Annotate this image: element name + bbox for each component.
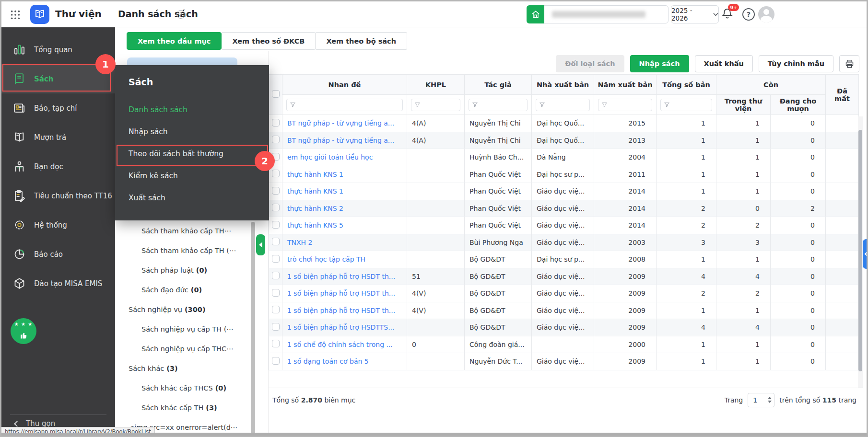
page-help-icon[interactable]: ? bbox=[176, 10, 185, 19]
row-checkbox[interactable] bbox=[272, 170, 280, 177]
user-avatar[interactable] bbox=[758, 6, 774, 23]
printer-button[interactable] bbox=[839, 55, 859, 72]
book-title-link[interactable]: thực hành KNS 5 bbox=[287, 221, 343, 229]
popup-item-danh-sach-sach[interactable]: Danh sách sách bbox=[115, 99, 269, 121]
row-checkbox[interactable] bbox=[272, 255, 280, 263]
book-title-link[interactable]: thực hành KNS 1 bbox=[287, 171, 343, 178]
column-header-in-library[interactable]: Trong thư viện bbox=[716, 95, 771, 115]
sidebar-item-he-thong[interactable]: Hệ thống bbox=[1, 210, 115, 240]
table-scrollbar-thumb[interactable] bbox=[858, 130, 862, 371]
popup-item-theo-doi-sach-bat-thuong[interactable]: Theo dõi sách bất thường bbox=[115, 143, 269, 165]
sidebar-item-muon-tra[interactable]: Mượn trả bbox=[1, 123, 115, 152]
tree-item-nghiep-vu[interactable]: Sách nghiệp vụ(300) bbox=[115, 299, 261, 319]
page-stepper[interactable] bbox=[768, 397, 772, 403]
select-all-checkbox[interactable] bbox=[272, 90, 280, 98]
page-number-input[interactable] bbox=[748, 396, 762, 404]
tree-item-khac-th[interactable]: Sách khác cấp TH(3) bbox=[115, 398, 261, 417]
book-title-link[interactable]: 1 số chế độ chính sách trong ... bbox=[287, 341, 393, 348]
tree-item-nv-cap-th[interactable]: Sách nghiệp vụ cấp TH (⋯ bbox=[115, 319, 261, 339]
column-header-total[interactable]: Tổng số bản bbox=[657, 75, 716, 95]
row-checkbox[interactable] bbox=[272, 136, 280, 143]
filter-input-title[interactable] bbox=[286, 99, 403, 111]
column-header-publisher[interactable]: Nhà xuất bản bbox=[532, 75, 594, 95]
row-checkbox[interactable] bbox=[272, 357, 280, 365]
step-down-icon[interactable] bbox=[768, 401, 772, 403]
feedback-promo-button[interactable]: ★ ★ ★ bbox=[11, 318, 36, 344]
year-cell: 2009 bbox=[594, 319, 657, 336]
column-header-lost[interactable]: Đã mất bbox=[826, 75, 859, 115]
column-header-year[interactable]: Năm xuất bản bbox=[594, 75, 657, 95]
tree-item-khac-thcs[interactable]: Sách khác cấp THCS(0) bbox=[115, 378, 261, 398]
row-checkbox[interactable] bbox=[272, 187, 280, 195]
step-up-icon[interactable] bbox=[768, 397, 772, 399]
row-checkbox[interactable] bbox=[272, 306, 280, 313]
tab-bo-sach[interactable]: Xem theo bộ sách bbox=[315, 32, 407, 50]
school-year-dropdown[interactable]: 2025 - 2026 bbox=[671, 5, 719, 23]
app-grid-icon[interactable] bbox=[10, 10, 21, 20]
filter-input-author[interactable] bbox=[469, 99, 528, 111]
nhap-sach-button[interactable]: Nhập sách bbox=[630, 55, 689, 72]
sidebar-item-bao-cao[interactable]: Báo cáo bbox=[1, 240, 115, 269]
tab-so-dkcb[interactable]: Xem theo số ĐKCB bbox=[221, 32, 316, 50]
year-cell: 2014 bbox=[594, 183, 657, 200]
popup-item-nhap-sach[interactable]: Nhập sách bbox=[115, 121, 269, 143]
popup-item-kiem-ke-sach[interactable]: Kiểm kê sách bbox=[115, 165, 269, 187]
row-checkbox[interactable] bbox=[272, 119, 280, 126]
row-checkbox[interactable] bbox=[272, 221, 280, 229]
doi-loai-sach-button[interactable]: Đổi loại sách bbox=[556, 55, 624, 72]
book-title-link[interactable]: thực hành KNS 1 bbox=[287, 187, 343, 195]
tree-collapse-handle[interactable] bbox=[256, 234, 265, 255]
filter-input-publisher[interactable] bbox=[536, 99, 590, 111]
tree-item-stk-th-1[interactable]: Sách tham khảo cấp TH⋯ bbox=[115, 221, 261, 241]
sidebar-item-bao-tap-chi[interactable]: Báo, tạp chí bbox=[1, 93, 115, 123]
tree-item-sach-khac[interactable]: Sách khác(3) bbox=[115, 358, 261, 378]
title-cell: BT ngữ pháp - từ vựng tiếng a... bbox=[282, 115, 407, 132]
column-header-author[interactable]: Tác giả bbox=[465, 75, 532, 95]
table-row: em học giỏi toán tiểu họcHuỳnh Bảo Ch...… bbox=[269, 149, 859, 166]
row-checkbox[interactable] bbox=[272, 323, 280, 331]
book-title-link[interactable]: 1 số biện pháp hỗ trợ HSDT th... bbox=[287, 307, 395, 314]
lost-cell bbox=[826, 166, 859, 183]
row-checkbox[interactable] bbox=[272, 289, 280, 297]
table-scrollbar[interactable] bbox=[858, 116, 863, 388]
tab-dau-muc[interactable]: Xem theo đầu mục bbox=[127, 32, 222, 50]
sidebar-item-dao-tao[interactable]: Đào tạo MISA EMIS bbox=[1, 269, 115, 298]
book-title-link[interactable]: em học giỏi toán tiểu học bbox=[287, 153, 373, 161]
author-cell: Phan Quốc Việt bbox=[465, 166, 532, 183]
popup-item-xuat-sach[interactable]: Xuất sách bbox=[115, 187, 269, 209]
column-header-title[interactable]: Nhan đề bbox=[282, 75, 407, 95]
right-panel-collapse-handle[interactable] bbox=[863, 239, 868, 269]
book-title-link[interactable]: 1 số biện pháp hỗ trợ HSDT th... bbox=[287, 289, 395, 297]
tree-item-dao-duc[interactable]: Sách đạo đức(0) bbox=[115, 280, 261, 299]
sidebar-item-ban-doc[interactable]: Bạn đọc bbox=[1, 152, 115, 181]
notifications-bell-icon[interactable]: 9+ bbox=[721, 7, 735, 22]
book-title-link[interactable]: TNXH 2 bbox=[287, 239, 313, 246]
tuy-chinh-mau-button[interactable]: Tùy chỉnh mẫu bbox=[759, 55, 833, 72]
home-icon[interactable] bbox=[527, 5, 544, 23]
row-checkbox[interactable] bbox=[272, 340, 280, 347]
book-title-link[interactable]: trò chơi học tập cấp TH bbox=[287, 255, 365, 263]
xuat-khau-button[interactable]: Xuất khẩu bbox=[695, 55, 753, 72]
book-title-link[interactable]: BT ngữ pháp - từ vựng tiếng a... bbox=[287, 119, 394, 127]
row-checkbox[interactable] bbox=[272, 204, 280, 211]
library-app-logo-icon[interactable] bbox=[30, 5, 49, 24]
filter-input-total[interactable] bbox=[660, 99, 712, 111]
row-checkbox[interactable] bbox=[272, 272, 280, 279]
column-header-borrowing[interactable]: Đang cho mượn bbox=[771, 95, 826, 115]
book-title-link[interactable]: 1 số dạng toán cơ bản 5 bbox=[287, 357, 369, 365]
tree-item-phap-luat[interactable]: Sách pháp luật(0) bbox=[115, 260, 261, 280]
column-header-khpl[interactable]: KHPL bbox=[407, 75, 465, 95]
filter-input-khpl[interactable] bbox=[411, 99, 460, 111]
sidebar-item-tieu-chuan-tt16[interactable]: Tiêu chuẩn theo TT16 bbox=[1, 181, 115, 210]
book-title-link[interactable]: BT ngữ pháp - từ vựng tiếng a... bbox=[287, 137, 394, 144]
tree-item-stk-th-2[interactable]: Sách tham khảo cấp TH (⋯ bbox=[115, 241, 261, 260]
help-icon[interactable]: ? bbox=[742, 8, 755, 21]
book-title-link[interactable]: 1 số biện pháp hỗ trợ HSDT th... bbox=[287, 273, 395, 280]
tree-item-nv-cap-thc[interactable]: Sách nghiệp vụ cấp THC⋯ bbox=[115, 339, 261, 358]
row-checkbox[interactable] bbox=[272, 238, 280, 245]
tree-scrollbar[interactable] bbox=[251, 222, 255, 437]
book-title-link[interactable]: thực hành KNS 2 bbox=[287, 205, 343, 212]
school-selector[interactable] bbox=[527, 5, 669, 23]
filter-input-year[interactable] bbox=[598, 99, 652, 111]
book-title-link[interactable]: 1 số biện pháp hỗ trợ HSDTTS... bbox=[287, 323, 395, 331]
